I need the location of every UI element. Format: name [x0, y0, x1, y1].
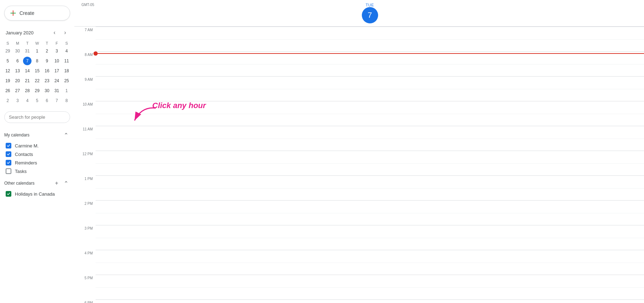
other-calendars-header[interactable]: Other calendars + ⌃: [3, 177, 72, 190]
calendar-day[interactable]: 8: [62, 96, 72, 106]
time-grid-container[interactable]: 7 AM8 AM9 AM10 AM11 AM12 PM1 PM2 PM3 PM4…: [74, 27, 644, 303]
hour-block[interactable]: [96, 250, 644, 275]
time-label: 5 PM: [74, 275, 96, 300]
time-label: 3 PM: [74, 226, 96, 251]
calendar-grid: SMTWTFS 29303112345678910111213141516171…: [3, 40, 72, 106]
day-column-header: TUE 7: [96, 1, 644, 25]
hour-block[interactable]: [96, 299, 644, 303]
calendar-day[interactable]: 23: [42, 76, 52, 86]
calendar-day[interactable]: 6: [42, 96, 52, 106]
calendar-day[interactable]: 11: [62, 56, 72, 66]
calendar-day[interactable]: 6: [13, 56, 23, 66]
calendar-day[interactable]: 28: [22, 86, 32, 96]
calendar-day[interactable]: 10: [52, 56, 62, 66]
time-grid: 7 AM8 AM9 AM10 AM11 AM12 PM1 PM2 PM3 PM4…: [74, 27, 644, 303]
calendar-day[interactable]: 31: [52, 86, 62, 96]
my-calendar-item[interactable]: Tasks: [3, 167, 72, 175]
calendar-day[interactable]: 19: [3, 76, 13, 86]
day-number[interactable]: 7: [362, 7, 378, 23]
weekday-header: S: [3, 40, 13, 46]
hour-block[interactable]: [96, 151, 644, 175]
half-hour-line: [96, 39, 644, 40]
hour-block[interactable]: [96, 275, 644, 299]
calendar-day[interactable]: 2: [42, 46, 52, 56]
calendar-day[interactable]: 22: [32, 76, 42, 86]
calendar-checkbox[interactable]: [6, 191, 11, 197]
my-calendars-section: My calendars ⌃ Carmine M.ContactsReminde…: [0, 129, 74, 175]
calendar-day[interactable]: 30: [42, 86, 52, 96]
hour-block[interactable]: [96, 27, 644, 51]
my-calendars-header[interactable]: My calendars ⌃: [3, 129, 72, 141]
calendar-day[interactable]: 29: [32, 86, 42, 96]
my-calendar-item[interactable]: Contacts: [3, 150, 72, 158]
calendar-day[interactable]: 30: [13, 46, 23, 56]
calendar-day[interactable]: 1: [32, 46, 42, 56]
calendar-item-label: Tasks: [15, 169, 27, 174]
hour-block[interactable]: [96, 175, 644, 200]
mini-calendar: January 2020 ‹ › SMTWTFS 293031123456789…: [0, 26, 74, 106]
create-button[interactable]: Create: [4, 6, 70, 21]
calendar-day[interactable]: 4: [62, 46, 72, 56]
half-hour-line: [96, 139, 644, 139]
calendar-day[interactable]: 8: [32, 56, 42, 66]
calendar-day[interactable]: 31: [22, 46, 32, 56]
other-calendars-collapse-button[interactable]: ⌃: [62, 179, 70, 187]
calendar-checkbox[interactable]: [6, 143, 11, 148]
calendar-day[interactable]: 2: [3, 96, 13, 106]
calendar-day[interactable]: 18: [62, 66, 72, 76]
time-label: 6 PM: [74, 300, 96, 303]
calendar-day[interactable]: 5: [32, 96, 42, 106]
other-calendars-section: Other calendars + ⌃ Holidays in Canada: [0, 177, 74, 198]
day-name: TUE: [366, 3, 374, 7]
my-calendar-item[interactable]: Carmine M.: [3, 141, 72, 150]
calendar-day[interactable]: 24: [52, 76, 62, 86]
calendar-day[interactable]: 15: [32, 66, 42, 76]
weekday-header: T: [42, 40, 52, 46]
day-header: GMT-05 TUE 7: [74, 0, 644, 27]
add-other-calendar-button[interactable]: +: [52, 179, 61, 187]
hour-block[interactable]: [96, 101, 644, 126]
half-hour-line: [96, 263, 644, 263]
calendar-day[interactable]: 3: [13, 96, 23, 106]
calendar-item-label: Holidays in Canada: [15, 191, 55, 197]
calendar-checkbox[interactable]: [6, 151, 11, 157]
hour-block[interactable]: [96, 126, 644, 151]
calendar-day[interactable]: 20: [13, 76, 23, 86]
half-hour-line: [96, 163, 644, 164]
calendar-day[interactable]: 17: [52, 66, 62, 76]
next-month-button[interactable]: ›: [60, 28, 70, 38]
calendar-day[interactable]: 4: [22, 96, 32, 106]
calendar-day[interactable]: 7: [52, 96, 62, 106]
grid-lines[interactable]: Click any hour: [96, 27, 644, 303]
calendar-item-label: Carmine M.: [15, 143, 39, 148]
search-people-input[interactable]: [4, 111, 70, 123]
my-calendars-title: My calendars: [4, 133, 62, 138]
prev-month-button[interactable]: ‹: [50, 28, 59, 38]
calendar-day[interactable]: 12: [3, 66, 13, 76]
calendar-day[interactable]: 29: [3, 46, 13, 56]
calendar-checkbox[interactable]: [6, 168, 11, 174]
calendar-day[interactable]: 9: [42, 56, 52, 66]
calendar-day[interactable]: 13: [13, 66, 23, 76]
half-hour-line: [96, 213, 644, 213]
calendar-day[interactable]: 1: [62, 86, 72, 96]
calendar-day[interactable]: 16: [42, 66, 52, 76]
hour-block[interactable]: [96, 200, 644, 225]
my-calendars-collapse-button[interactable]: ⌃: [62, 131, 70, 139]
time-labels: 7 AM8 AM9 AM10 AM11 AM12 PM1 PM2 PM3 PM4…: [74, 27, 96, 303]
calendar-day[interactable]: 3: [52, 46, 62, 56]
calendar-day[interactable]: 14: [22, 66, 32, 76]
weekday-header: M: [13, 40, 23, 46]
hour-block[interactable]: [96, 76, 644, 101]
my-calendar-item[interactable]: Reminders: [3, 158, 72, 167]
calendar-day[interactable]: 7: [22, 56, 32, 66]
other-calendar-item[interactable]: Holidays in Canada: [3, 190, 72, 198]
calendar-checkbox[interactable]: [6, 160, 11, 165]
hour-block[interactable]: [96, 225, 644, 250]
calendar-day[interactable]: 5: [3, 56, 13, 66]
calendar-day[interactable]: 26: [3, 86, 13, 96]
create-label: Create: [19, 10, 34, 16]
calendar-day[interactable]: 25: [62, 76, 72, 86]
calendar-day[interactable]: 21: [22, 76, 32, 86]
calendar-day[interactable]: 27: [13, 86, 23, 96]
